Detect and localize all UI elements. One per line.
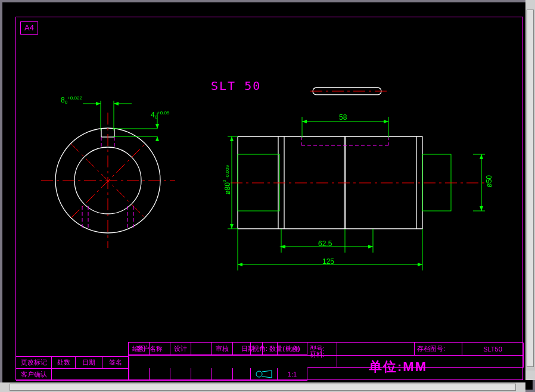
svg-marker-58 bbox=[238, 263, 242, 266]
dim-125-value: 125 bbox=[322, 257, 334, 266]
dim-keyway-width-value: 80+0.022 bbox=[61, 95, 82, 104]
svg-marker-63 bbox=[230, 136, 234, 141]
title-block: 客户名称 日期 数量(单台) 型号: 存档图号: SLT50 绘图 设计 审核 … bbox=[128, 342, 523, 380]
dim-dia50-value: ø50 bbox=[485, 175, 493, 188]
svg-marker-64 bbox=[230, 224, 234, 229]
svg-marker-47 bbox=[302, 120, 307, 123]
svg-marker-54 bbox=[279, 245, 285, 248]
scroll-down-button[interactable] bbox=[525, 371, 535, 380]
svg-marker-68 bbox=[480, 154, 483, 159]
dim-58-value: 58 bbox=[339, 113, 347, 122]
svg-line-72 bbox=[262, 377, 272, 378]
revision-block: 更改标记 处数 日期 签名 客户确认 bbox=[15, 356, 129, 380]
svg-line-71 bbox=[262, 371, 272, 372]
svg-marker-21 bbox=[96, 102, 101, 105]
scroll-left-button[interactable] bbox=[0, 382, 10, 392]
svg-point-70 bbox=[256, 371, 262, 377]
svg-marker-22 bbox=[114, 102, 119, 105]
cad-canvas[interactable]: A4 SLT 50 80+0.022 bbox=[2, 2, 533, 390]
unit-label: 单位:MM bbox=[369, 358, 427, 376]
dim-key-depth-value: 40+0.05 bbox=[151, 110, 169, 119]
drawing-title: SLT 50 bbox=[211, 79, 261, 93]
svg-marker-27 bbox=[155, 124, 159, 129]
svg-marker-69 bbox=[480, 206, 483, 211]
vertical-scrollbar[interactable] bbox=[525, 0, 535, 380]
dim-dia80-value: ø800-0.009 bbox=[222, 166, 232, 195]
dim-62-5-value: 62.5 bbox=[318, 239, 332, 248]
svg-marker-48 bbox=[384, 120, 388, 123]
side-view bbox=[238, 136, 488, 244]
page-format-label: A4 bbox=[20, 21, 38, 35]
scroll-right-button[interactable] bbox=[516, 382, 525, 392]
svg-marker-55 bbox=[368, 245, 373, 248]
scroll-up-button[interactable] bbox=[525, 0, 535, 10]
dim-58 bbox=[300, 117, 396, 141]
horizontal-scrollbar[interactable] bbox=[0, 382, 525, 392]
svg-marker-28 bbox=[155, 136, 159, 141]
scroll-thumb-h[interactable] bbox=[10, 384, 516, 391]
key-top-view bbox=[310, 86, 388, 98]
dim-bottom bbox=[238, 229, 464, 276]
svg-marker-59 bbox=[418, 263, 422, 266]
scroll-thumb-v[interactable] bbox=[527, 10, 534, 367]
